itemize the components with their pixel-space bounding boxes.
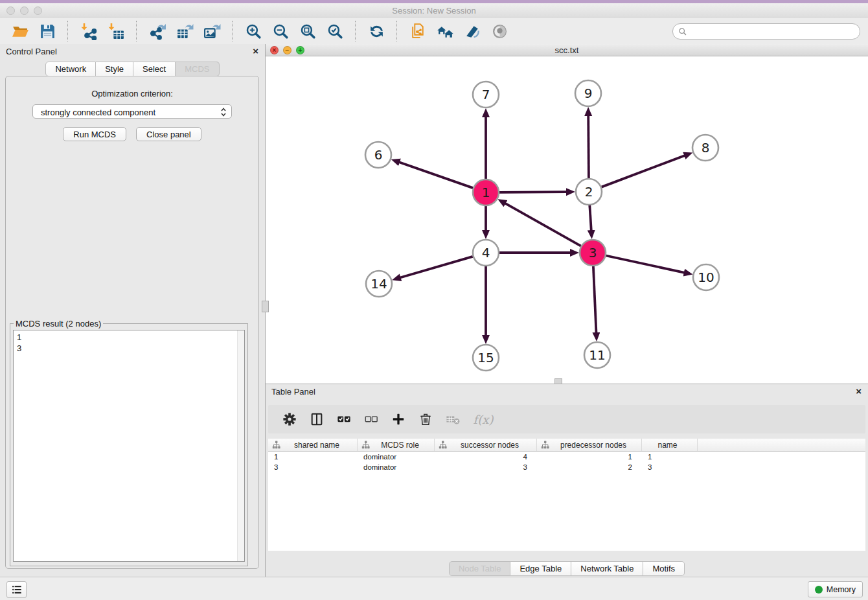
run-mcds-button[interactable]: Run MCDS [63, 127, 126, 141]
mcds-result-textarea[interactable]: 13 [13, 330, 245, 562]
table-toolbar: f(x) [268, 405, 865, 433]
table-row[interactable]: 3dominator323 [268, 462, 865, 472]
window-title: Session: New Session [0, 3, 868, 18]
tab-node-table[interactable]: Node Table [449, 561, 511, 576]
trash-icon [418, 412, 433, 426]
graph-node-2[interactable]: 2 [576, 179, 602, 205]
column-layout-button[interactable] [309, 411, 325, 427]
column-header-shared-name[interactable]: shared name [268, 439, 358, 451]
tab-network-table[interactable]: Network Table [571, 561, 643, 576]
search-icon [678, 27, 687, 36]
network-window-titlebar: × − + scc.txt [266, 44, 868, 56]
table-row[interactable]: 1dominator411 [268, 452, 865, 462]
graph-edge-2-9[interactable] [588, 115, 589, 178]
zoom-out-button[interactable] [271, 21, 290, 41]
deselect-all-button[interactable] [363, 411, 379, 427]
delete-table-icon [446, 412, 460, 426]
cell-mcds-role: dominator [358, 453, 435, 461]
node-label: 3 [589, 245, 597, 260]
graph-node-15[interactable]: 15 [473, 345, 499, 371]
open-folder-icon [12, 23, 29, 40]
graph-node-14[interactable]: 14 [366, 271, 392, 297]
gear-button[interactable] [282, 411, 297, 427]
app-titlebar: Session: New Session [0, 3, 868, 19]
column-label: successor nodes [447, 441, 536, 450]
close-panel-action-button[interactable]: Close panel [136, 127, 201, 141]
graph-node-10[interactable]: 10 [693, 264, 719, 290]
tab-mcds[interactable]: MCDS [176, 62, 219, 76]
graph-node-9[interactable]: 9 [575, 80, 601, 106]
function-builder-button[interactable]: f(x) [472, 411, 494, 427]
right-column: × − + scc.txt 7968124314101511 Table Pan… [266, 44, 868, 577]
column-header-mcds-role[interactable]: MCDS role [358, 439, 435, 451]
duplicate-network-button[interactable] [408, 21, 428, 41]
optimization-select-value: strongly connected component [41, 108, 155, 117]
trash-button[interactable] [418, 411, 433, 427]
column-header-predecessor-nodes[interactable]: predecessor nodes [537, 439, 642, 451]
graph-edge-1-6[interactable] [399, 162, 473, 188]
node-label: 11 [589, 347, 605, 363]
graph-edge-2-8[interactable] [602, 156, 685, 187]
network-canvas[interactable]: 7968124314101511 [266, 56, 868, 384]
cell-predecessor-nodes: 2 [537, 463, 642, 471]
graph-edge-3-10[interactable] [606, 256, 685, 273]
zoom-in-button[interactable] [244, 21, 263, 41]
toolbar-separator [396, 21, 398, 41]
result-line: 3 [14, 343, 244, 354]
graph-node-4[interactable]: 4 [473, 240, 499, 266]
export-image-button[interactable] [202, 21, 222, 41]
graph-edge-1-2[interactable] [499, 192, 567, 192]
tab-network[interactable]: Network [45, 62, 96, 76]
home-button[interactable] [435, 21, 455, 41]
zoom-out-icon [272, 23, 290, 40]
tab-select[interactable]: Select [133, 62, 176, 76]
zoom-fit-button[interactable] [298, 21, 317, 41]
column-header-name[interactable]: name [642, 439, 698, 451]
graph-edge-3-1[interactable] [505, 203, 581, 246]
result-scrollbar[interactable] [237, 330, 244, 561]
graph-edge-2-3[interactable] [589, 205, 591, 231]
graph-edge-4-14[interactable] [400, 257, 473, 278]
graph-node-6[interactable]: 6 [365, 142, 391, 168]
splitter-handle[interactable] [262, 301, 269, 312]
cell-name: 3 [642, 463, 698, 471]
mcds-result-fieldset: MCDS result (2 nodes) 13 [10, 319, 248, 566]
node-label: 10 [698, 270, 714, 285]
splitter-handle[interactable] [554, 378, 562, 384]
close-panel-button[interactable]: × [253, 47, 258, 56]
search-input[interactable] [690, 25, 854, 38]
zoom-selected-button[interactable] [325, 21, 345, 41]
import-network-button[interactable] [79, 21, 98, 41]
refresh-button[interactable] [367, 21, 386, 41]
import-table-button[interactable] [106, 21, 126, 41]
graph-edge-3-11[interactable] [593, 266, 597, 333]
export-network-button[interactable] [148, 21, 167, 41]
add-button[interactable] [391, 411, 406, 427]
zoom-fit-icon [299, 23, 317, 40]
close-panel-button[interactable]: × [856, 387, 862, 397]
select-all-button[interactable] [336, 411, 352, 427]
column-header-successor-nodes[interactable]: successor nodes [435, 439, 537, 451]
table-panel-title: Table Panel [271, 387, 315, 397]
cell-shared-name: 1 [268, 453, 358, 461]
graph-node-7[interactable]: 7 [473, 82, 499, 108]
status-bar: Memory [0, 577, 868, 600]
graph-node-8[interactable]: 8 [692, 135, 718, 161]
open-folder-button[interactable] [10, 21, 30, 41]
search-box [672, 23, 860, 40]
tab-edge-table[interactable]: Edge Table [510, 561, 571, 576]
graph-node-1[interactable]: 1 [473, 179, 499, 205]
save-button[interactable] [38, 21, 57, 41]
task-history-button[interactable] [6, 581, 27, 598]
export-table-button[interactable] [175, 21, 194, 41]
graph-node-3[interactable]: 3 [580, 240, 606, 266]
style-brush-button[interactable] [463, 21, 482, 41]
graph-node-11[interactable]: 11 [584, 342, 610, 368]
tab-motifs[interactable]: Motifs [643, 561, 685, 576]
memory-button[interactable]: Memory [808, 581, 863, 597]
delete-table-button[interactable] [445, 411, 461, 427]
eye-button[interactable] [490, 21, 509, 41]
tab-style[interactable]: Style [96, 62, 133, 76]
cell-successor-nodes: 4 [435, 453, 537, 461]
optimization-select[interactable]: strongly connected component [32, 104, 232, 119]
